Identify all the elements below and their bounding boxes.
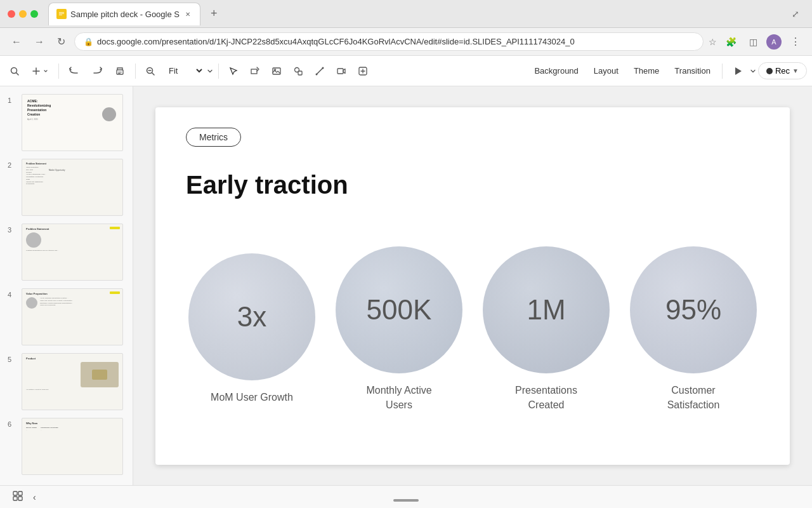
slide-number-5: 5 [8, 356, 16, 363]
slide-thumb-4: Value Proposition ACME simplifies presen… [22, 288, 123, 345]
url-bar[interactable]: 🔒 docs.google.com/presentation/d/1Kj-JNC… [74, 32, 704, 51]
main-area: 1 ACME:RevolutionizingPresentationCreati… [0, 86, 812, 485]
line-tool-button[interactable] [310, 63, 329, 79]
slide-thumb-5: Product An intuitive UI built for everyo… [22, 353, 123, 410]
background-button[interactable]: Background [528, 62, 584, 79]
metrics-row: 3x MoM User Growth 500K Monthly Active U… [186, 220, 759, 439]
slide-item-6[interactable]: 6 Why Now Market Timing ... Competitive … [5, 415, 128, 478]
sidebar-toggle-icon[interactable]: ◫ [745, 34, 761, 50]
sep-3 [218, 64, 219, 79]
video-button[interactable] [332, 63, 351, 79]
metric-value-0: 3x [237, 301, 266, 333]
slides-icon [56, 9, 67, 19]
print-button[interactable] [110, 62, 130, 80]
slide-number-3: 3 [8, 226, 16, 234]
slide-number-2: 2 [8, 161, 16, 169]
rec-button[interactable]: Rec ▼ [758, 62, 807, 79]
redo-button[interactable] [87, 62, 107, 80]
slide-thumb-1: ACME:RevolutionizingPresentationCreation… [22, 94, 123, 151]
minimize-window-button[interactable] [19, 10, 27, 18]
select-tool-button[interactable] [224, 63, 243, 79]
app-toolbar: Fit 50% 75% 100% 125% 150% [0, 56, 812, 86]
slide-number-4: 4 [8, 291, 16, 298]
metric-circle-1: 500K [336, 246, 462, 373]
extensions-icon[interactable]: 🧩 [722, 34, 740, 50]
slide-number-6: 6 [8, 420, 16, 428]
svg-point-21 [322, 67, 324, 69]
svg-rect-27 [13, 491, 17, 495]
insert-button[interactable] [27, 63, 53, 79]
zoom-out-button[interactable] [141, 63, 160, 79]
metric-value-2: 1M [527, 294, 565, 326]
rec-icon [766, 68, 773, 74]
theme-button[interactable]: Theme [627, 62, 665, 79]
slide-canvas: Metrics Early traction 3x MoM User Growt… [133, 86, 812, 485]
slide-item-2[interactable]: 2 Problem Statement Value PropositionWhy… [5, 156, 128, 218]
address-bar: ← → ↻ 🔒 docs.google.com/presentation/d/1… [0, 28, 812, 56]
select-rect-tool-button[interactable] [246, 63, 265, 79]
title-bar: Sample pitch deck - Google S ✕ + ⤢ [0, 0, 812, 28]
play-button[interactable] [728, 62, 748, 80]
close-window-button[interactable] [8, 10, 15, 18]
svg-rect-3 [59, 15, 62, 15]
metric-item-0: 3x MoM User Growth [188, 253, 315, 404]
bookmark-icon[interactable]: ☆ [709, 37, 717, 47]
tab-bar: Sample pitch deck - Google S ✕ + [48, 3, 782, 25]
transition-button[interactable]: Transition [668, 62, 717, 79]
traffic-lights [8, 10, 38, 18]
sep-1 [58, 64, 59, 79]
back-button[interactable]: ← [8, 34, 25, 50]
metric-circle-0: 3x [188, 253, 315, 380]
slide-thumb-3: Problem Statement Creating presentations… [22, 224, 123, 281]
slide-item-5[interactable]: 5 Product An intuitive UI built for ever… [5, 351, 128, 413]
slide-item-3[interactable]: 3 Problem Statement Creating presentatio… [5, 221, 128, 283]
zoom-select[interactable]: Fit 50% 75% 100% 125% 150% [162, 63, 204, 79]
tab-close-button[interactable]: ✕ [183, 10, 192, 18]
search-button[interactable] [5, 63, 24, 79]
profile-avatar[interactable]: A [766, 34, 782, 50]
layout-button[interactable]: Layout [587, 62, 625, 79]
extra-insert-button[interactable] [353, 63, 372, 79]
slide-panel: 1 ACME:RevolutionizingPresentationCreati… [0, 86, 133, 485]
browser-menu-icon[interactable]: ⋮ [787, 33, 804, 50]
metric-value-3: 95% [665, 294, 721, 326]
sep-4 [722, 64, 723, 79]
browser-window: Sample pitch deck - Google S ✕ + ⤢ ← → ↻… [0, 0, 812, 508]
url-text: docs.google.com/presentation/d/1Kj-JNCP2… [97, 37, 694, 46]
image-insert-button[interactable] [267, 63, 286, 79]
active-tab[interactable]: Sample pitch deck - Google S ✕ [48, 3, 200, 25]
metric-circle-2: 1M [483, 246, 610, 373]
slide-label[interactable]: Metrics [186, 128, 241, 147]
new-tab-button[interactable]: + [206, 4, 223, 23]
slide-number-1: 1 [8, 97, 16, 104]
svg-marker-26 [735, 67, 742, 75]
metric-label-2: Presentations Created [515, 384, 577, 412]
slide-item-4[interactable]: 4 Value Proposition ACME simplifies pres… [5, 286, 128, 348]
metric-label-3: Customer Satisfaction [667, 384, 720, 412]
svg-line-5 [16, 72, 19, 75]
slide-item-1[interactable]: 1 ACME:RevolutionizingPresentationCreati… [5, 91, 128, 154]
svg-rect-22 [337, 69, 343, 74]
maximize-window-button[interactable] [30, 10, 38, 18]
refresh-button[interactable]: ↻ [53, 33, 69, 50]
collapse-panel-button[interactable]: ‹ [28, 490, 41, 505]
svg-rect-28 [18, 491, 22, 495]
rec-label: Rec [775, 66, 790, 76]
metric-item-3: 95% Customer Satisfaction [630, 246, 757, 412]
sep-2 [135, 64, 136, 79]
svg-rect-9 [118, 72, 122, 72]
zoom-dropdown-icon [207, 68, 213, 74]
window-controls: ⤢ [787, 8, 804, 20]
rec-dropdown-icon: ▼ [792, 67, 799, 74]
forward-button[interactable]: → [30, 34, 48, 50]
shapes-button[interactable] [289, 63, 308, 79]
svg-line-19 [317, 68, 323, 74]
metric-circle-3: 95% [630, 246, 757, 373]
slide-thumb-6: Why Now Market Timing ... Competitive Ad… [22, 418, 123, 475]
current-slide: Metrics Early traction 3x MoM User Growt… [155, 107, 790, 465]
undo-button[interactable] [64, 62, 84, 80]
svg-line-13 [152, 72, 155, 75]
metric-item-2: 1M Presentations Created [483, 246, 610, 412]
svg-point-20 [316, 73, 318, 75]
grid-view-button[interactable] [8, 488, 28, 506]
